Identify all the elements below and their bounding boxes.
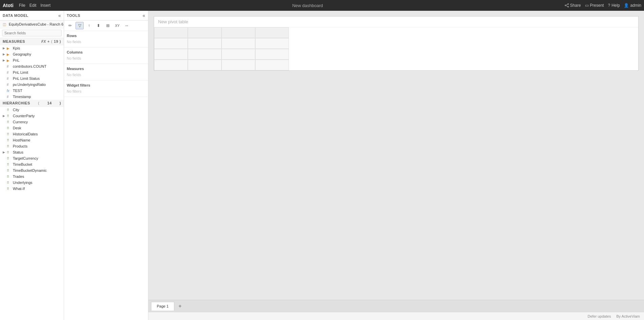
tree-item-pv-underlyings-ratio[interactable]: # pv.UnderlyingsRatio xyxy=(0,82,64,88)
hierarchies-count: ( xyxy=(38,101,39,105)
tree-item-geography[interactable]: ▶ ▶ Geography xyxy=(0,51,64,57)
tree-item-products[interactable]: ⠿ Products xyxy=(0,143,64,149)
tree-item-counterparty[interactable]: ▶ ⠿ CounterParty xyxy=(0,113,64,119)
tree-item-timebucket-dynamic[interactable]: ⠿ TimeBucketDynamic xyxy=(0,167,64,173)
hierarchy-icon: ⠿ xyxy=(7,163,11,166)
hierarchy-icon: ⠿ xyxy=(7,114,11,118)
search-fields-input[interactable] xyxy=(2,30,62,36)
tree-item-what-if[interactable]: ⠿ What-If xyxy=(0,186,64,192)
hash-icon: # xyxy=(7,95,11,99)
pivot-cell xyxy=(154,27,188,38)
pencil-btn[interactable]: ✏ xyxy=(66,22,74,29)
tools-toolbar: ✏ ▽ ↑ ⬍ ⊞ XY ↔ xyxy=(64,21,148,31)
rows-title: Rows xyxy=(67,34,145,38)
canvas-content: New pivot table xyxy=(148,11,644,300)
tree-item-target-currency[interactable]: ⠿ TargetCurrency xyxy=(0,155,64,161)
pivot-cell xyxy=(255,38,289,49)
user-menu[interactable]: 👤 admin xyxy=(624,3,641,8)
canvas-area: New pivot table xyxy=(148,11,644,320)
columns-section: Columns No fields xyxy=(64,47,148,64)
measures-section: Measures No fields xyxy=(64,64,148,81)
hierarchy-icon: ⠿ xyxy=(7,145,11,148)
expand-pnl-icon: ▶ xyxy=(3,59,5,62)
tree-item-trades[interactable]: ⠿ Trades xyxy=(0,173,64,180)
tree-item-status[interactable]: ▶ ⠿ Status xyxy=(0,149,64,155)
menu-insert[interactable]: Insert xyxy=(40,3,51,8)
fx-icon: fx xyxy=(41,40,46,43)
columns-title: Columns xyxy=(67,50,145,54)
tree-item-pnl-limit-status[interactable]: # PnL Limit Status xyxy=(0,75,64,82)
grid-btn[interactable]: ⊞ xyxy=(104,22,112,29)
xy-btn[interactable]: XY xyxy=(113,22,121,29)
data-model-panel: Data Model « ◫ EquityDerivativesCube - R… xyxy=(0,11,64,320)
pivot-cell xyxy=(222,38,255,49)
cube-select[interactable]: EquityDerivativesCube - Ranch 6.0 xyxy=(7,22,64,27)
tree-item-pnl-limit[interactable]: # PnL Limit xyxy=(0,69,64,75)
folder-icon: ▶ xyxy=(7,46,11,50)
cube-selector[interactable]: ◫ EquityDerivativesCube - Ranch 6.0 ▾ xyxy=(0,21,64,28)
svg-line-3 xyxy=(566,4,567,5)
expand-kpis-icon: ▶ xyxy=(3,46,5,50)
hash-icon: # xyxy=(7,71,11,74)
svg-point-1 xyxy=(567,6,568,7)
tree-item-timebucket[interactable]: ⠿ TimeBucket xyxy=(0,161,64,167)
widget-filters-empty: No filters xyxy=(67,89,145,94)
tree-item-hostname[interactable]: ⠿ HostName xyxy=(0,137,64,143)
tree-item-test[interactable]: fx TEST xyxy=(0,88,64,94)
tree-item-timestamp[interactable]: # Timestamp xyxy=(0,94,64,100)
help-button[interactable]: ? Help xyxy=(608,3,620,8)
tree-item-historical-dates[interactable]: ⠿ HistoricalDates xyxy=(0,131,64,137)
pivot-cell xyxy=(188,27,222,38)
hierarchy-icon: ⠿ xyxy=(7,132,11,136)
hierarchy-icon: ⠿ xyxy=(7,157,11,160)
present-icon: ▭ xyxy=(585,3,589,8)
collapse-tools-btn[interactable]: « xyxy=(143,13,145,18)
pivot-cell xyxy=(188,49,222,60)
measures-empty: No fields xyxy=(67,72,145,77)
data-model-tree: MEASURES fx + (19) ▶ ▶ Kpis ▶ ▶ Geograph… xyxy=(0,38,64,320)
cube-icon: ◫ xyxy=(3,22,6,27)
tab-page1[interactable]: Page 1 xyxy=(151,302,174,311)
sort-asc-btn[interactable]: ↑ xyxy=(85,22,93,29)
menu-file[interactable]: File xyxy=(19,3,25,8)
tools-header: TOOLS « xyxy=(64,11,148,21)
hierarchy-icon: ⠿ xyxy=(7,181,11,185)
tree-item-currency[interactable]: ⠿ Currency xyxy=(0,119,64,125)
statusbar: Defer updates By ActiveViam xyxy=(148,312,644,320)
tree-item-desk[interactable]: ⠿ Desk xyxy=(0,125,64,131)
pivot-grid xyxy=(154,27,638,70)
right-actions: Share ▭ Present ? Help 👤 admin xyxy=(565,3,641,8)
tree-item-pnl[interactable]: ▶ ▶ PnL xyxy=(0,57,64,63)
hash-icon: # xyxy=(7,77,11,81)
tree-item-kpis[interactable]: ▶ ▶ Kpis xyxy=(0,45,64,51)
hierarchy-icon: ⠿ xyxy=(7,169,11,172)
tree-item-city[interactable]: ⠿ City xyxy=(0,107,64,113)
measures-count: ( xyxy=(51,39,52,43)
data-model-header: Data Model « xyxy=(0,11,64,21)
collapse-data-model-btn[interactable]: « xyxy=(58,13,61,18)
pivot-cell xyxy=(154,49,188,60)
app-logo: Atoti xyxy=(3,3,13,8)
svg-point-0 xyxy=(567,4,568,5)
defer-updates-btn[interactable]: Defer updates xyxy=(588,314,611,318)
tree-item-contributors-count[interactable]: # contributors.COUNT xyxy=(0,63,64,69)
sort-btn[interactable]: ⬍ xyxy=(94,22,103,29)
present-button[interactable]: ▭ Present xyxy=(585,3,604,8)
share-button[interactable]: Share xyxy=(565,3,581,8)
filter-btn[interactable]: ▽ xyxy=(76,22,84,29)
svg-point-2 xyxy=(565,5,566,6)
hierarchy-icon: ⠿ xyxy=(7,175,11,179)
tab-add-btn[interactable]: + xyxy=(176,302,184,310)
pivot-cell xyxy=(222,49,255,60)
share-icon xyxy=(565,3,569,7)
folder-icon: ▶ xyxy=(7,59,11,62)
hierarchy-icon: ⠿ xyxy=(7,120,11,124)
svg-line-4 xyxy=(566,6,567,6)
canvas-tabs: Page 1 + xyxy=(148,300,644,312)
pivot-cell xyxy=(154,60,188,70)
tree-item-underlyings[interactable]: ⠿ Underlyings xyxy=(0,180,64,186)
menu-edit[interactable]: Edit xyxy=(29,3,36,8)
fx-icon: fx xyxy=(7,89,11,93)
expand-btn[interactable]: ↔ xyxy=(123,22,131,29)
measures-fx-btn[interactable]: fx + (19) xyxy=(41,39,61,43)
